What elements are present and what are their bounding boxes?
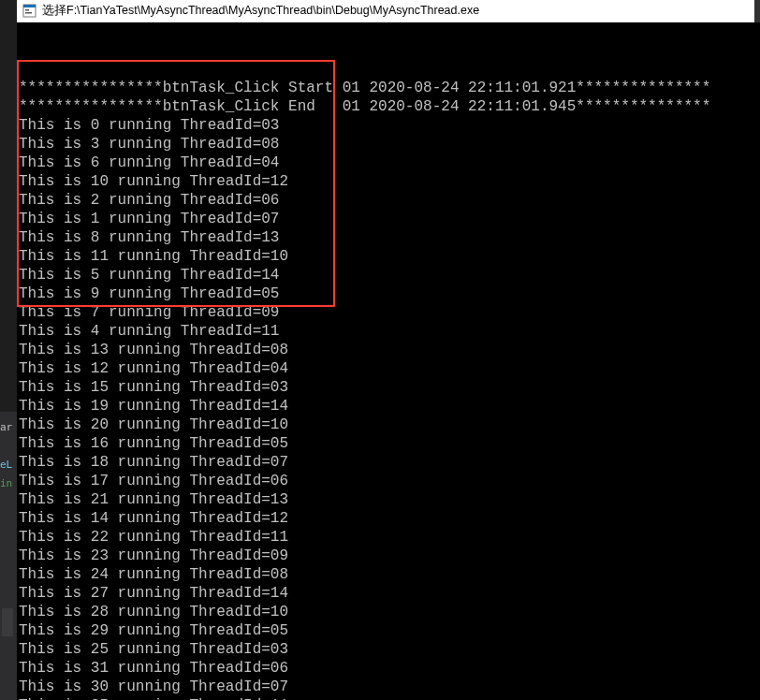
log-line: This is 20 running ThreadId=10 — [17, 416, 760, 434]
titlebar[interactable]: 选择F:\TianYaTest\MyAsyncThread\MyAsyncThr… — [17, 0, 760, 22]
log-line: This is 9 running ThreadId=05 — [17, 284, 760, 303]
log-line: This is 5 running ThreadId=14 — [17, 266, 760, 284]
svg-rect-2 — [25, 9, 29, 11]
log-line: This is 16 running ThreadId=05 — [17, 434, 760, 453]
log-line: This is 31 running ThreadId=06 — [17, 659, 760, 678]
log-line: This is 8 running ThreadId=13 — [17, 228, 760, 247]
log-line: This is 10 running ThreadId=12 — [17, 172, 760, 191]
log-line: This is 2 running ThreadId=06 — [17, 191, 760, 210]
log-line: This is 7 running ThreadId=09 — [17, 303, 760, 322]
log-line: This is 18 running ThreadId=07 — [17, 453, 760, 472]
log-line: This is 25 running ThreadId=03 — [17, 640, 760, 659]
svg-rect-3 — [25, 12, 32, 14]
window-title: 选择F:\TianYaTest\MyAsyncThread\MyAsyncThr… — [42, 3, 479, 19]
log-line: This is 28 running ThreadId=10 — [17, 603, 760, 621]
log-line: This is 3 running ThreadId=08 — [17, 135, 760, 153]
log-line: This is 27 running ThreadId=14 — [17, 584, 760, 603]
log-line: This is 19 running ThreadId=14 — [17, 397, 760, 416]
log-line: This is 35 running ThreadId=11 — [17, 696, 760, 700]
log-header-line: ****************btnTask_Click End 01 202… — [17, 97, 760, 116]
log-line: This is 22 running ThreadId=11 — [17, 528, 760, 547]
log-line: This is 11 running ThreadId=10 — [17, 247, 760, 266]
console-output[interactable]: ****************btnTask_Click Start 01 2… — [17, 22, 760, 700]
app-icon — [22, 4, 37, 18]
log-line: This is 29 running ThreadId=05 — [17, 621, 760, 640]
log-line: This is 15 running ThreadId=03 — [17, 378, 760, 397]
svg-rect-1 — [23, 5, 36, 7]
console-window: 选择F:\TianYaTest\MyAsyncThread\MyAsyncThr… — [17, 0, 760, 700]
log-line: This is 12 running ThreadId=04 — [17, 359, 760, 378]
log-line: This is 6 running ThreadId=04 — [17, 153, 760, 172]
log-line: This is 4 running ThreadId=11 — [17, 322, 760, 341]
log-line: This is 30 running ThreadId=07 — [17, 678, 760, 696]
log-line: This is 21 running ThreadId=13 — [17, 490, 760, 509]
log-line: This is 1 running ThreadId=07 — [17, 210, 760, 228]
log-header-line: ****************btnTask_Click Start 01 2… — [17, 79, 760, 97]
editor-gutter-background: ar eL in — [0, 0, 17, 700]
log-line: This is 24 running ThreadId=08 — [17, 565, 760, 584]
log-line: This is 13 running ThreadId=08 — [17, 341, 760, 359]
log-line: This is 0 running ThreadId=03 — [17, 116, 760, 135]
log-line: This is 23 running ThreadId=09 — [17, 547, 760, 565]
log-line: This is 14 running ThreadId=12 — [17, 509, 760, 528]
log-line: This is 17 running ThreadId=06 — [17, 472, 760, 490]
